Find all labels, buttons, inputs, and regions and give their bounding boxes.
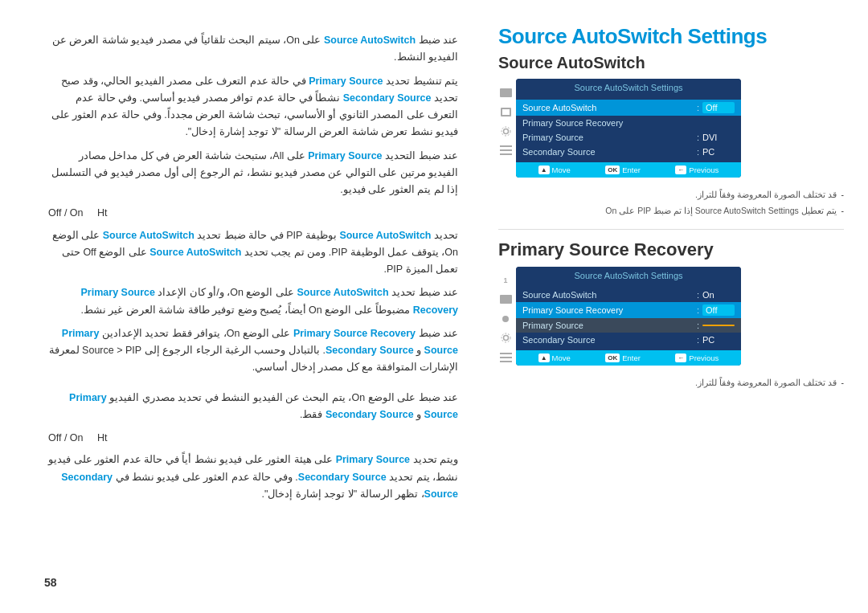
- menu-item2-psr: Primary Source Recovery : Off: [516, 302, 741, 318]
- primary-source-recovery-ref: Primary Source Recovery: [293, 328, 416, 339]
- primary-source-ref2: Primary Source: [308, 150, 382, 161]
- secondary-source-ref2: Secondary Source: [326, 345, 414, 356]
- autoswitch-menu-box: Source AutoSwitch Settings Source AutoSw…: [516, 79, 741, 178]
- svg-point-0: [503, 129, 508, 133]
- left-column: عند ضبط Source AutoSwitch على On، سيتم ا…: [0, 0, 482, 613]
- menu-item-psr: Primary Source Recovery: [516, 116, 741, 130]
- paragraph-4: تحديد Source AutoSwitch بوظيفة PIP في حا…: [48, 227, 458, 279]
- svg-rect-7: [500, 353, 512, 354]
- footer-btn-move-1: ▲: [538, 166, 550, 174]
- footer-btn-prev-2: ←: [675, 353, 686, 362]
- icon-tv-1: [498, 85, 513, 100]
- svg-rect-2: [500, 145, 512, 147]
- secondary-source-ref1: Secondary Source: [343, 92, 432, 104]
- menu-label2-psr: Primary Source Recovery: [522, 305, 694, 315]
- menu-footer-1: ▲ Move OK Enter ← Previous: [516, 162, 741, 178]
- footer-label-enter-2: Enter: [622, 353, 641, 362]
- secondary-source-ref4: Secondary Source: [298, 472, 387, 483]
- footer-enter-2: OK Enter: [605, 353, 641, 362]
- menu-value-autoswitch: Off: [702, 102, 735, 113]
- svg-point-1: [502, 127, 510, 136]
- menu-label2-autoswitch: Source AutoSwitch: [522, 290, 694, 300]
- secondary-source-ref3: Secondary Source: [326, 409, 414, 420]
- menu-title-2: Source AutoSwitch Settings: [516, 267, 741, 284]
- primary-source-recovery-section: Primary Source Recovery 1: [498, 239, 844, 390]
- menu-item-autoswitch: Source AutoSwitch : Off: [516, 100, 741, 116]
- menu-label-autoswitch: Source AutoSwitch: [522, 103, 694, 112]
- menu-item-ss: Secondary Source : PC: [516, 145, 741, 159]
- svg-rect-9: [500, 361, 512, 362]
- caption-1b: - يتم تعطيل Source AutoSwitch Settings إ…: [498, 205, 844, 218]
- menu-side-icons-2: 1: [498, 267, 516, 371]
- source-autoswitch-ref2: Source AutoSwitch: [103, 230, 194, 241]
- source-autoswitch-ref4: Source AutoSwitch: [297, 287, 388, 298]
- menu-footer-2: ▲ Move OK Enter ← Previous: [516, 350, 741, 366]
- caption-2: - قد تختلف الصورة المعروضة وفقاً للتراز.: [498, 377, 844, 390]
- caption-1a: - قد تختلف الصورة المعروضة وفقاً للتراز.: [498, 189, 844, 202]
- menu-label-ss: Secondary Source: [522, 147, 694, 157]
- menu-label-psr: Primary Source Recovery: [522, 118, 696, 128]
- menu-value2-autoswitch: On: [702, 290, 735, 300]
- svg-point-5: [503, 336, 508, 341]
- footer-move-2: ▲ Move: [538, 353, 571, 362]
- paragraph-1: عند ضبط Source AutoSwitch على On، سيتم ا…: [48, 32, 458, 67]
- secondary-source-ref5: Secondary Source: [61, 472, 458, 500]
- off-on-line-2: Off / On Ht: [48, 430, 458, 447]
- section-separator: [498, 229, 844, 230]
- menu-label-ps: Primary Source: [522, 133, 694, 142]
- off-on-line-1: Off / On Ht: [48, 205, 458, 222]
- primary-source-ref3: Primary Source Recovery: [81, 287, 458, 315]
- menu-value-ss: PC: [702, 147, 735, 157]
- section-subtitle-autoswitch: Source AutoSwitch: [498, 54, 844, 72]
- footer-btn-enter-1: OK: [605, 166, 620, 174]
- page-number: 58: [44, 576, 57, 589]
- icon-menu-1: [498, 143, 513, 157]
- primary-source-ref1: Primary Source: [309, 76, 383, 87]
- footer-btn-prev-1: ←: [675, 166, 686, 174]
- paragraph-7: عند ضبط على الوضع On، يتم البحث عن الفيد…: [48, 390, 458, 424]
- psr-menu-box: Source AutoSwitch Settings Source AutoSw…: [516, 267, 741, 366]
- svg-point-6: [502, 333, 510, 342]
- source-autoswitch-pip-ref: Source AutoSwitch: [339, 230, 431, 241]
- paragraph-2: يتم تنشيط تحديد Primary Source في حالة ع…: [48, 73, 458, 141]
- right-column: Source AutoSwitch Settings Source AutoSw…: [482, 0, 868, 613]
- icon-settings-2: [498, 331, 513, 345]
- svg-rect-4: [500, 153, 512, 155]
- menu-items-2: Source AutoSwitch : On Primary Source Re…: [516, 284, 741, 350]
- section-title-psr: Primary Source Recovery: [498, 239, 844, 260]
- footer-label-move-1: Move: [552, 166, 571, 174]
- paragraph-6: عند ضبط Primary Source Recovery على الوض…: [48, 325, 458, 377]
- svg-rect-8: [500, 357, 512, 358]
- footer-move-1: ▲ Move: [538, 166, 571, 174]
- svg-rect-3: [500, 149, 512, 151]
- footer-prev-1: ← Previous: [675, 166, 719, 174]
- menu-value2-psr: Off: [702, 304, 735, 316]
- menu-label2-ps: Primary Source: [522, 321, 694, 330]
- footer-label-prev-2: Previous: [689, 353, 719, 362]
- source-autoswitch-section: Source AutoSwitch Settings Source AutoSw…: [498, 24, 844, 218]
- icon-num-2: 1: [498, 273, 513, 288]
- footer-enter-1: OK Enter: [605, 166, 641, 174]
- footer-label-prev-1: Previous: [689, 166, 719, 174]
- footer-btn-enter-2: OK: [605, 353, 620, 362]
- icon-dot-2: [498, 312, 513, 326]
- menu-title-1: Source AutoSwitch Settings: [516, 79, 741, 96]
- menu-item2-autoswitch: Source AutoSwitch : On: [516, 288, 741, 302]
- menu-value2-ss: PC: [702, 335, 735, 345]
- primary-source-ref6: Primary Source: [336, 454, 410, 465]
- icon-tv-2: [498, 292, 513, 307]
- icon-settings-1: [498, 124, 513, 138]
- menu-value2-ps: [702, 325, 735, 326]
- footer-btn-move-2: ▲: [538, 353, 550, 362]
- menu-side-icons-1: [498, 79, 516, 164]
- source-autoswitch-ref3: Source AutoSwitch: [149, 247, 241, 258]
- footer-prev-2: ← Previous: [675, 353, 719, 362]
- menu-item2-ss: Secondary Source : PC: [516, 333, 741, 347]
- icon-menu-2: [498, 350, 513, 365]
- menu-items-1: Source AutoSwitch : Off Primary Source R…: [516, 96, 741, 162]
- source-autoswitch-ref: Source AutoSwitch: [324, 35, 416, 46]
- menu-item2-ps: Primary Source :: [516, 318, 741, 333]
- section-title-autoswitch: Source AutoSwitch Settings: [498, 24, 844, 49]
- footer-label-move-2: Move: [552, 353, 571, 362]
- footer-label-enter-1: Enter: [622, 166, 641, 174]
